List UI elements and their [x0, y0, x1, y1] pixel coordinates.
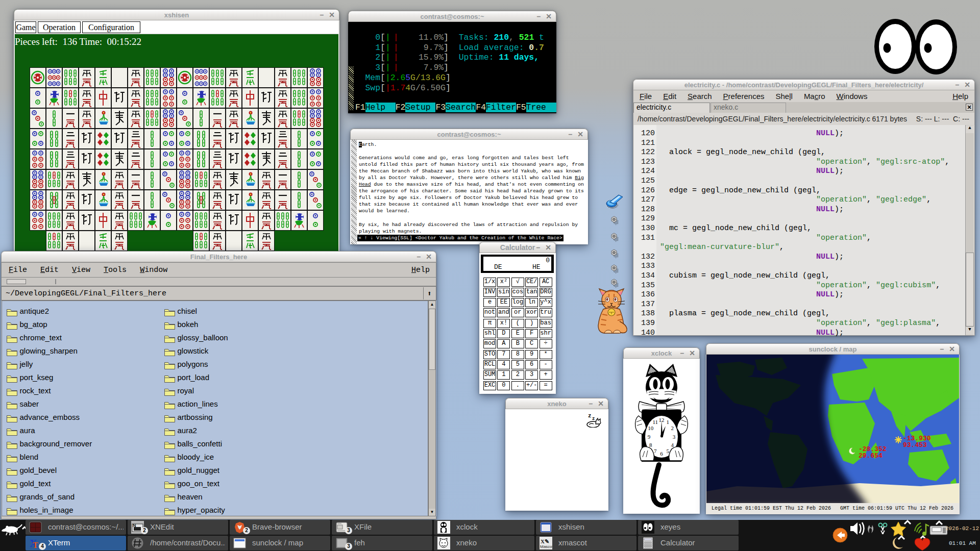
svg-text:T: T: [33, 541, 38, 549]
svg-text:Mascot: Mascot: [540, 544, 552, 549]
svg-text:9: 9: [648, 434, 651, 440]
svg-text:3: 3: [673, 434, 676, 440]
svg-text:z: z: [588, 413, 592, 419]
svg-text:2: 2: [671, 425, 674, 431]
svg-text:X✎: X✎: [541, 538, 549, 544]
svg-text:10: 10: [648, 425, 654, 431]
svg-text:11: 11: [652, 419, 658, 425]
svg-text:1: 1: [666, 419, 669, 425]
svg-text:29.654: 29.654: [859, 452, 883, 460]
svg-text:93.453: 93.453: [903, 441, 927, 449]
svg-text:7: 7: [654, 448, 657, 454]
svg-text:6: 6: [660, 450, 663, 457]
svg-text:8: 8: [649, 442, 652, 448]
svg-text:4: 4: [671, 442, 674, 448]
svg-text:5: 5: [666, 448, 669, 454]
svg-text:z: z: [592, 416, 595, 421]
